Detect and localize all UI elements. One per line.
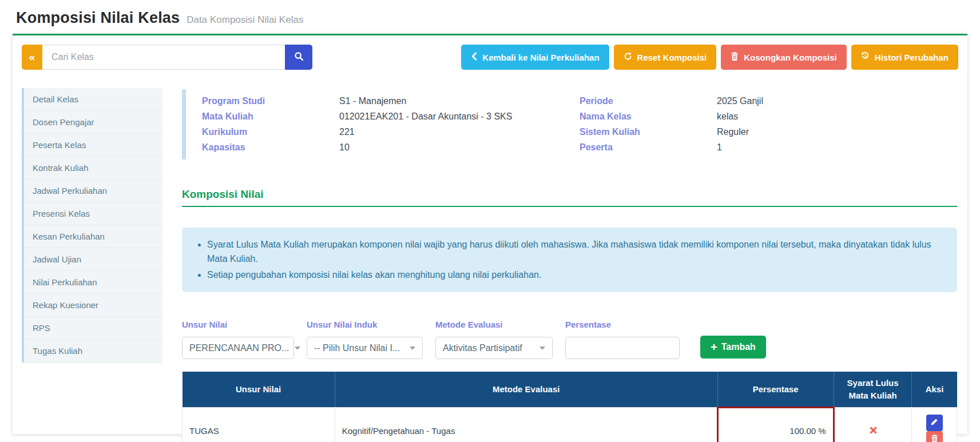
unsur-nilai-induk-label: Unsur Nilai Induk xyxy=(307,320,423,329)
info-label: Mata Kuliah xyxy=(202,112,339,122)
sidebar-item-kontrak-kuliah[interactable]: Kontrak Kuliah xyxy=(22,157,162,180)
info-value: Reguler xyxy=(717,127,749,137)
page-header: Komposisi Nilai Kelas Data Komposisi Nil… xyxy=(0,0,980,34)
trash-icon xyxy=(931,435,938,442)
body-row: Detail Kelas Dosen Pengajar Peserta Kela… xyxy=(22,88,958,442)
class-info-panel: Program StudiS1 - Manajemen Mata Kuliah0… xyxy=(182,89,957,160)
back-to-nilai-perkuliahan-button[interactable]: Kembali ke Nilai Perkuliahan xyxy=(461,45,609,70)
col-header-syarat-lulus: Syarat Lulus Mata Kuliah xyxy=(834,372,912,407)
alert-note: Syarat Lulus Mata Kuliah merupakan kompo… xyxy=(207,238,934,266)
info-value: kelas xyxy=(717,112,738,122)
search-input[interactable] xyxy=(42,45,285,70)
info-label: Sistem Kuliah xyxy=(580,127,717,137)
delete-row-button[interactable] xyxy=(926,431,943,442)
class-search-group: « xyxy=(22,45,312,70)
sidebar-item-jadwal-perkuliahan[interactable]: Jadwal Perkuliahan xyxy=(22,180,162,202)
unsur-nilai-induk-select[interactable]: -- Pilih Unsur Nilai I... xyxy=(307,337,423,359)
chevrons-left-icon: « xyxy=(29,51,35,63)
persentase-label: Persentase xyxy=(565,320,680,329)
sidebar-item-rps[interactable]: RPS xyxy=(22,317,162,340)
sidebar-item-rekap-kuesioner[interactable]: Rekap Kuesioner xyxy=(22,294,162,317)
sidebar-item-dosen-pengajar[interactable]: Dosen Pengajar xyxy=(22,111,162,134)
col-header-aksi: Aksi xyxy=(912,372,957,407)
table-header-row: Unsur Nilai Metode Evaluasi Persentase S… xyxy=(182,372,957,407)
col-header-persentase: Persentase xyxy=(717,372,834,407)
class-info-right: Periode2025 Ganjil Nama Kelaskelas Siste… xyxy=(580,96,957,153)
info-alert: Syarat Lulus Mata Kuliah merupakan kompo… xyxy=(182,228,957,292)
info-value: 1 xyxy=(717,142,722,153)
composition-table: Unsur Nilai Metode Evaluasi Persentase S… xyxy=(182,372,957,442)
info-label: Kurikulum xyxy=(202,127,339,137)
unsur-nilai-select[interactable]: PERENCANAAN PRO... xyxy=(182,337,294,359)
chevron-down-icon xyxy=(539,347,545,350)
x-mark-icon xyxy=(870,426,877,436)
info-value: 10 xyxy=(339,142,350,153)
search-icon xyxy=(294,51,304,63)
metode-evaluasi-select[interactable]: Aktivitas Partisipatif xyxy=(435,337,553,359)
info-value: S1 - Manajemen xyxy=(339,96,406,106)
page-subtitle: Data Komposisi Nilai Kelas xyxy=(187,14,303,26)
sidebar-item-kesan-perkuliahan[interactable]: Kesan Perkuliahan xyxy=(22,225,162,248)
main-card: « Kembali ke Nilai Perkuliahan Reset K xyxy=(13,34,967,434)
class-info-left: Program StudiS1 - Manajemen Mata Kuliah0… xyxy=(202,96,580,153)
cell-metode-evaluasi: Kognitif/Pengetahuan - Tugas xyxy=(335,407,717,442)
pencil-icon xyxy=(930,418,938,428)
info-label: Program Studi xyxy=(202,96,339,106)
chevron-left-icon xyxy=(471,52,477,62)
alert-note: Setiap pengubahan komposisi nilai kelas … xyxy=(207,268,934,282)
info-label: Kapasitas xyxy=(202,142,339,153)
cell-persentase-flagged: 100.00 % xyxy=(717,407,834,442)
history-icon xyxy=(861,52,870,62)
class-menu-sidebar: Detail Kelas Dosen Pengajar Peserta Kela… xyxy=(22,88,162,442)
toolbar: « Kembali ke Nilai Perkuliahan Reset K xyxy=(22,45,958,70)
table-row: TUGAS Kognitif/Pengetahuan - Tugas 100.0… xyxy=(182,407,957,442)
chevron-down-icon xyxy=(295,347,300,350)
chevron-down-icon xyxy=(410,347,415,350)
section-heading-komposisi-nilai: Komposisi Nilai xyxy=(182,188,957,201)
persentase-input[interactable] xyxy=(565,337,680,359)
cell-aksi xyxy=(912,407,957,442)
info-value: 221 xyxy=(339,127,355,137)
main-content: Program StudiS1 - Manajemen Mata Kuliah0… xyxy=(182,88,958,442)
sidebar-item-peserta-kelas[interactable]: Peserta Kelas xyxy=(22,134,162,157)
sidebar-item-jadwal-ujian[interactable]: Jadwal Ujian xyxy=(22,248,162,271)
sidebar-item-nilai-perkuliahan[interactable]: Nilai Perkuliahan xyxy=(22,271,162,294)
col-header-unsur-nilai: Unsur Nilai xyxy=(182,372,335,407)
plus-icon: + xyxy=(711,341,717,354)
edit-row-button[interactable] xyxy=(926,415,943,431)
info-label: Nama Kelas xyxy=(580,112,717,122)
cell-unsur-nilai: TUGAS xyxy=(182,407,335,442)
info-label: Periode xyxy=(580,96,717,106)
section-divider xyxy=(182,206,957,207)
composition-form: Unsur Nilai PERENCANAAN PRO... Unsur Nil… xyxy=(182,320,957,359)
reset-komposisi-button[interactable]: Reset Komposisi xyxy=(614,45,717,70)
info-value: 012021EAK201 - Dasar Akuntansi - 3 SKS xyxy=(339,112,512,122)
tambah-button[interactable]: + Tambah xyxy=(700,336,766,359)
collapse-sidebar-button[interactable]: « xyxy=(22,45,42,70)
page-title: Komposisi Nilai Kelas xyxy=(16,9,180,27)
sidebar-item-presensi-kelas[interactable]: Presensi Kelas xyxy=(22,202,162,225)
search-button[interactable] xyxy=(285,45,312,70)
col-header-metode-evaluasi: Metode Evaluasi xyxy=(335,372,717,407)
trash-icon xyxy=(731,52,739,62)
info-value: 2025 Ganjil xyxy=(717,96,763,106)
toolbar-actions: Kembali ke Nilai Perkuliahan Reset Kompo… xyxy=(461,45,958,70)
cell-syarat-lulus xyxy=(834,407,912,442)
info-label: Peserta xyxy=(580,142,717,153)
sidebar-item-detail-kelas[interactable]: Detail Kelas xyxy=(22,88,162,111)
metode-evaluasi-label: Metode Evaluasi xyxy=(435,320,553,329)
sidebar-item-tugas-kuliah[interactable]: Tugas Kuliah xyxy=(22,340,162,363)
histori-perubahan-button[interactable]: Histori Perubahan xyxy=(851,45,958,70)
unsur-nilai-label: Unsur Nilai xyxy=(182,320,294,329)
refresh-icon xyxy=(624,52,632,62)
kosongkan-komposisi-button[interactable]: Kosongkan Komposisi xyxy=(721,45,847,70)
